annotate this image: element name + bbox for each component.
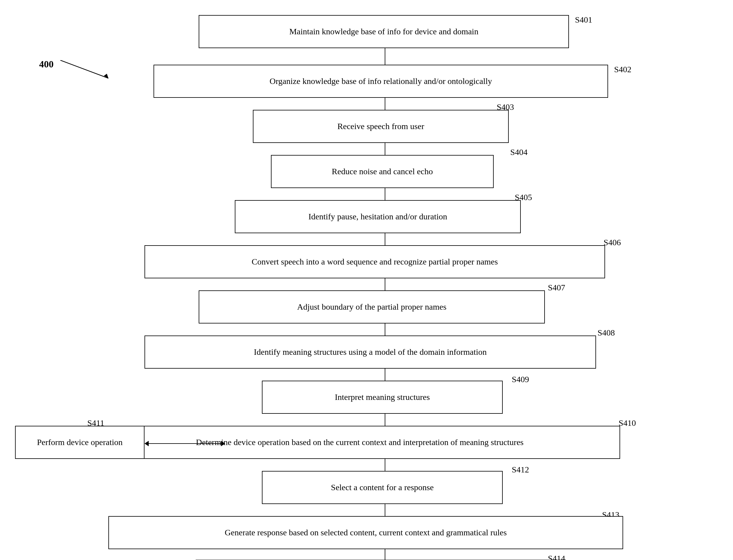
step-s401-label: S401: [575, 15, 592, 25]
flowchart-diagram: 400 Maintain knowledge base of info for …: [0, 0, 733, 560]
step-s409-box: Interpret meaning structures: [262, 381, 503, 414]
figure-arrow: [60, 60, 120, 84]
step-s408-text: Identify meaning structures using a mode…: [254, 347, 487, 357]
step-s405-text: Identify pause, hesitation and/or durati…: [308, 212, 447, 221]
step-s413-text: Generate response based on selected cont…: [225, 528, 507, 537]
step-s406-text: Convert speech into a word sequence and …: [252, 257, 498, 267]
step-s402-text: Organize knowledge base of info relation…: [270, 76, 492, 86]
step-s407-box: Adjust boundary of the partial proper na…: [199, 290, 545, 323]
step-s401-box: Maintain knowledge base of info for devi…: [199, 15, 569, 48]
step-s406-box: Convert speech into a word sequence and …: [144, 245, 605, 278]
step-s414-label: S414: [548, 554, 565, 560]
step-s408-box: Identify meaning structures using a mode…: [144, 336, 596, 369]
step-s403-text: Receive speech from user: [337, 122, 424, 131]
step-s407-text: Adjust boundary of the partial proper na…: [297, 302, 447, 312]
step-s406-label: S406: [604, 238, 621, 247]
step-s409-text: Interpret meaning structures: [335, 392, 430, 402]
double-arrow-s411-s410: [144, 441, 225, 446]
step-s401-text: Maintain knowledge base of info for devi…: [289, 27, 478, 36]
step-s404-text: Reduce noise and cancel echo: [332, 167, 433, 176]
step-s409-label: S409: [512, 375, 529, 384]
step-s411-box: Perform device operation: [15, 426, 144, 459]
step-s413-box: Generate response based on selected cont…: [108, 516, 623, 549]
step-s407-label: S407: [548, 283, 565, 292]
step-s404-label: S404: [510, 147, 528, 157]
step-s410-label: S410: [619, 418, 636, 428]
step-s412-box: Select a content for a response: [262, 471, 503, 504]
svg-line-0: [60, 60, 108, 78]
step-s402-box: Organize knowledge base of info relation…: [153, 65, 608, 98]
step-s402-label: S402: [614, 65, 632, 74]
step-s408-label: S408: [598, 328, 615, 338]
step-s412-label: S412: [512, 465, 529, 475]
figure-label: 400: [39, 59, 54, 70]
step-s412-text: Select a content for a response: [331, 483, 434, 492]
step-s404-box: Reduce noise and cancel echo: [271, 155, 494, 188]
arrow-s413-s414: [382, 549, 388, 560]
step-s410-text: Determine device operation based on the …: [196, 438, 524, 447]
step-s403-box: Receive speech from user: [253, 110, 509, 143]
step-s411-text: Perform device operation: [37, 438, 123, 447]
step-s405-box: Identify pause, hesitation and/or durati…: [235, 200, 521, 233]
